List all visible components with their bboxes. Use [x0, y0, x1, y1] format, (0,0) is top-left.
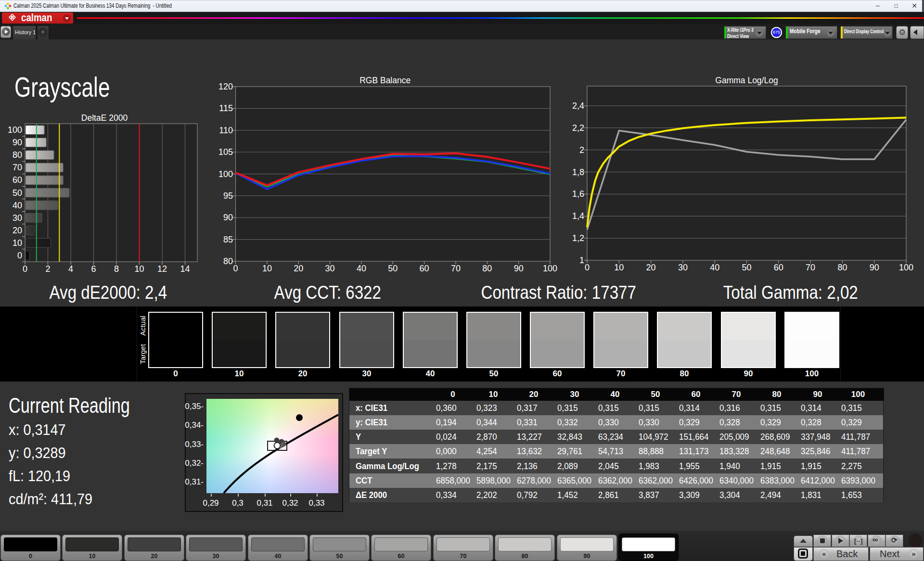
- svg-text:10: 10: [262, 264, 272, 273]
- svg-text:100: 100: [218, 169, 233, 179]
- svg-text:70: 70: [451, 264, 461, 273]
- svg-text:50: 50: [388, 264, 398, 273]
- svg-text:120: 120: [218, 82, 233, 91]
- svg-text:90: 90: [223, 213, 233, 222]
- svg-text:RGB Balance: RGB Balance: [359, 76, 411, 85]
- svg-text:2,4: 2,4: [572, 101, 584, 111]
- svg-text:90: 90: [13, 138, 22, 147]
- svg-text:90: 90: [514, 264, 524, 273]
- svg-text:70: 70: [13, 163, 22, 172]
- svg-text:30: 30: [678, 263, 688, 272]
- svg-text:0: 0: [23, 264, 27, 274]
- svg-text:10: 10: [13, 238, 22, 248]
- svg-text:60: 60: [13, 175, 22, 185]
- svg-text:6: 6: [91, 264, 96, 274]
- svg-text:10: 10: [614, 263, 624, 272]
- svg-text:50: 50: [742, 263, 751, 272]
- svg-text:20: 20: [646, 263, 656, 272]
- svg-text:100: 100: [8, 125, 22, 135]
- svg-text:100: 100: [899, 263, 913, 272]
- svg-text:12: 12: [157, 264, 167, 274]
- svg-text:40: 40: [357, 264, 366, 273]
- svg-text:85: 85: [223, 235, 233, 244]
- svg-text:80: 80: [223, 256, 233, 266]
- svg-text:1,2: 1,2: [572, 233, 584, 243]
- svg-text:1: 1: [579, 255, 584, 265]
- svg-text:30: 30: [13, 213, 22, 223]
- svg-text:0: 0: [233, 264, 238, 273]
- svg-text:105: 105: [218, 147, 233, 157]
- svg-text:60: 60: [774, 263, 783, 272]
- svg-text:1,4: 1,4: [572, 211, 584, 221]
- svg-text:8: 8: [114, 264, 119, 274]
- svg-text:1,6: 1,6: [572, 189, 584, 199]
- svg-text:40: 40: [710, 263, 719, 272]
- svg-text:115: 115: [219, 103, 233, 113]
- svg-text:4: 4: [68, 264, 73, 274]
- svg-text:40: 40: [13, 201, 22, 210]
- svg-text:20: 20: [294, 264, 303, 273]
- svg-text:14: 14: [180, 264, 190, 274]
- svg-text:2: 2: [45, 264, 50, 274]
- svg-text:1,8: 1,8: [572, 167, 584, 177]
- svg-text:0: 0: [17, 251, 22, 260]
- svg-text:10: 10: [135, 264, 144, 274]
- svg-text:95: 95: [223, 191, 233, 201]
- svg-text:2: 2: [579, 145, 584, 155]
- svg-text:80: 80: [482, 264, 492, 273]
- svg-text:50: 50: [13, 188, 22, 198]
- svg-text:80: 80: [13, 150, 22, 160]
- svg-text:60: 60: [420, 264, 429, 273]
- svg-text:0: 0: [585, 263, 590, 272]
- svg-text:DeltaE 2000: DeltaE 2000: [81, 113, 128, 123]
- svg-text:70: 70: [806, 263, 815, 272]
- svg-text:110: 110: [219, 126, 233, 135]
- svg-text:30: 30: [325, 264, 334, 273]
- svg-text:2,2: 2,2: [572, 123, 584, 133]
- svg-text:90: 90: [870, 263, 879, 272]
- svg-text:80: 80: [837, 263, 847, 272]
- svg-text:100: 100: [543, 264, 557, 273]
- svg-text:20: 20: [13, 226, 22, 235]
- svg-text:Gamma Log/Log: Gamma Log/Log: [715, 76, 778, 85]
